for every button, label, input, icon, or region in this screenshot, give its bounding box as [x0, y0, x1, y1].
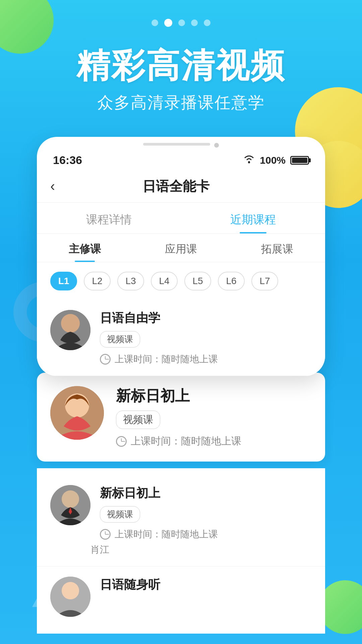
dot-1[interactable]: [152, 19, 158, 26]
course-name-3: 新标日初上: [100, 485, 218, 501]
phone-inner: 16:36 100%: [37, 137, 325, 376]
course-card-3[interactable]: 新标日初上 视频课 上课时间：随时随地上课 肖江: [37, 475, 325, 567]
course-card-4[interactable]: 日语随身听: [37, 567, 325, 627]
course-info-4: 日语随身听: [100, 577, 312, 598]
course-info-3: 新标日初上 视频课 上课时间：随时随地上课 肖江: [90, 485, 218, 556]
battery-percent: 100%: [260, 155, 286, 166]
hero-subtitle: 众多高清录播课任意学: [97, 92, 265, 113]
level-btn-L4[interactable]: L4: [151, 272, 178, 290]
course-time-1: 上课时间：随时随地上课: [100, 353, 312, 366]
teacher-name-3: 肖江: [90, 543, 218, 556]
course-tag-3: 视频课: [100, 506, 140, 523]
tab-main-course[interactable]: 主修课: [37, 234, 133, 262]
course-name-1: 日语自由学: [100, 310, 312, 326]
clock-icon-1: [100, 354, 111, 365]
tab-course-detail[interactable]: 课程详情: [37, 203, 181, 233]
level-btn-L6[interactable]: L6: [218, 272, 245, 290]
course-time-3: 上课时间：随时随地上课: [100, 528, 218, 541]
dot-4[interactable]: [191, 19, 198, 26]
top-tabs: 课程详情 近期课程: [37, 203, 325, 234]
course-info-1: 日语自由学 视频课 上课时间：随时随地上课: [100, 310, 312, 366]
clock-icon-3: [100, 529, 111, 540]
featured-card[interactable]: 新标日初上 视频课 上课时间：随时随地上课: [37, 373, 325, 462]
level-btn-L5[interactable]: L5: [184, 272, 211, 290]
course-avatar-3: [50, 485, 90, 525]
level-btn-L3[interactable]: L3: [117, 272, 144, 290]
svg-point-2: [61, 314, 80, 333]
course-name-4: 日语随身听: [100, 577, 312, 593]
dot-3[interactable]: [178, 19, 185, 26]
status-time: 16:36: [53, 154, 82, 167]
svg-point-6: [62, 490, 79, 508]
tab-recent-courses[interactable]: 近期课程: [181, 203, 325, 233]
featured-course-time: 上课时间：随时随地上课: [116, 434, 312, 448]
dot-5[interactable]: [204, 19, 210, 26]
tab-applied-course[interactable]: 应用课: [133, 234, 229, 262]
featured-avatar: [50, 386, 104, 440]
wifi-icon: [243, 154, 255, 166]
lower-card-area: 新标日初上 视频课 上课时间：随时随地上课 肖江: [37, 468, 325, 634]
level-btn-L7[interactable]: L7: [251, 272, 278, 290]
featured-avatar-wrapper: [50, 386, 104, 440]
featured-course-name: 新标日初上: [116, 386, 312, 406]
battery-icon: [290, 156, 309, 165]
level-btn-L1[interactable]: L1: [50, 272, 77, 290]
battery-fill: [292, 158, 307, 163]
course-tag-1: 视频课: [100, 331, 140, 347]
phone-notch-area: [37, 137, 325, 150]
svg-point-9: [62, 582, 79, 599]
level-btn-L2[interactable]: L2: [84, 272, 111, 290]
content-wrapper: 精彩高清视频 众多高清录播课任意学 16:36: [0, 0, 362, 634]
page-title: 日语全能卡: [60, 177, 292, 196]
status-bar: 16:36 100%: [37, 150, 325, 170]
nav-bar: ‹ 日语全能卡: [37, 170, 325, 203]
svg-point-0: [248, 161, 250, 163]
back-button[interactable]: ‹: [50, 177, 60, 196]
course-info-3-inner: 新标日初上 视频课 上课时间：随时随地上课: [100, 485, 218, 541]
featured-course-info: 新标日初上 视频课 上课时间：随时随地上课: [116, 386, 312, 448]
level-row: L1 L2 L3 L4 L5 L6 L7: [37, 262, 325, 300]
tab-extended-course[interactable]: 拓展课: [229, 234, 325, 262]
clock-icon-featured: [116, 436, 127, 447]
status-right: 100%: [243, 154, 309, 166]
course-card-1[interactable]: 日语自由学 视频课 上课时间：随时随地上课: [37, 300, 325, 376]
page-dots: [152, 19, 210, 27]
sub-tabs: 主修课 应用课 拓展课: [37, 234, 325, 262]
phone-notch: [143, 143, 210, 146]
phone-mockup: 16:36 100%: [37, 137, 325, 376]
hero-title: 精彩高清视频: [76, 47, 286, 84]
phone-camera: [214, 143, 219, 148]
course-avatar-1: [50, 310, 90, 350]
dot-2[interactable]: [164, 19, 172, 27]
featured-course-tag: 视频课: [116, 411, 160, 429]
course-avatar-4: [50, 577, 90, 617]
